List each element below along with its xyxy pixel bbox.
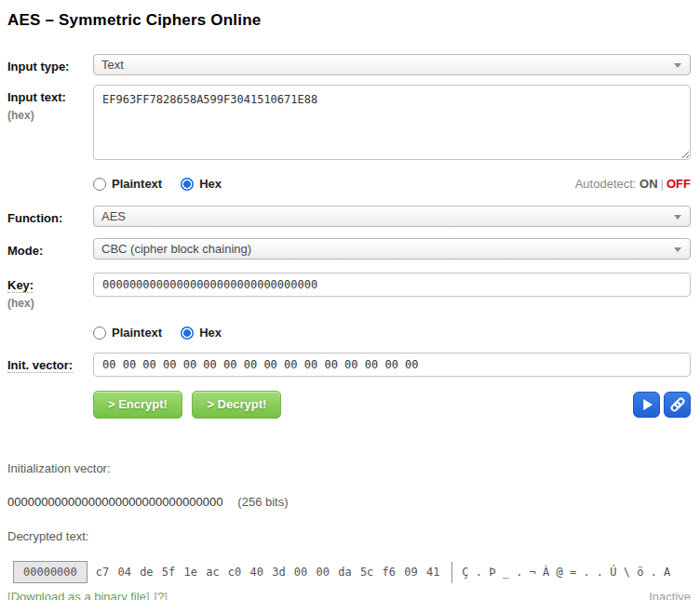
key-plaintext-radio[interactable] — [93, 327, 106, 340]
autodetect-divider: | — [661, 177, 664, 191]
chevron-down-icon — [674, 247, 681, 252]
hexdump-bytes: c7 04 de 5f 1e ac c0 40 3d 00 00 da 5c f… — [96, 566, 440, 579]
autodetect-on-link[interactable]: ON — [639, 177, 658, 191]
encrypt-button[interactable]: > Encrypt! — [93, 391, 182, 419]
function-label: Function: — [7, 211, 62, 225]
plaintext-radio[interactable] — [93, 178, 106, 191]
permalink-button[interactable] — [664, 392, 691, 418]
key-hex-radio-label[interactable]: Hex — [199, 326, 222, 340]
status-inactive: Inactive — [649, 590, 691, 600]
hexdump-row: 00000000 c7 04 de 5f 1e ac c0 40 3d 00 0… — [13, 561, 691, 583]
play-icon — [639, 396, 655, 413]
actions-row: > Encrypt! > Decrypt! — [93, 391, 691, 419]
function-row: Function: AES — [7, 206, 691, 227]
plaintext-radio-label[interactable]: Plaintext — [112, 177, 162, 191]
download-binary-link[interactable]: Download as a binary file — [11, 590, 146, 600]
key-plaintext-radio-label[interactable]: Plaintext — [112, 326, 162, 340]
input-format-row: Plaintext Hex Autodetect: ON|OFF — [93, 177, 691, 191]
bottom-line: [Download as a binary file][?] Inactive — [7, 590, 691, 600]
key-hex-radio[interactable] — [181, 327, 194, 340]
autodetect-label: Autodetect: — [575, 177, 637, 191]
iv-output-value: 00000000000000000000000000000000 — [7, 495, 222, 509]
autodetect-off-link[interactable]: OFF — [666, 177, 691, 191]
key-format-row: Plaintext Hex — [93, 326, 691, 340]
hex-radio-label[interactable]: Hex — [199, 177, 222, 191]
bracket: ] — [146, 590, 150, 600]
key-row: Key: (hex) — [7, 273, 691, 310]
init-vector-row: Init. vector: — [7, 353, 691, 377]
mode-value: CBC (cipher block chaining) — [101, 242, 251, 256]
input-type-label: Input type: — [7, 60, 69, 73]
chevron-down-icon — [674, 215, 681, 220]
hex-radio[interactable] — [181, 178, 194, 191]
hexdump-ascii: Ç . Þ _ . ¬ À @ = . . Ú \ ö . A — [462, 566, 670, 579]
mode-label: Mode: — [7, 244, 43, 258]
chain-link-icon — [668, 395, 687, 414]
input-text-sublabel: (hex) — [7, 109, 93, 122]
iv-output-label: Initialization vector: — [7, 461, 691, 475]
run-button[interactable] — [633, 392, 660, 418]
page-title: AES – Symmetric Ciphers Online — [7, 11, 691, 30]
bracket: ] — [164, 590, 168, 600]
input-text-label: Input text: — [7, 90, 66, 104]
input-type-value: Text — [101, 58, 124, 72]
hexdump-divider — [451, 562, 452, 583]
iv-output-bits: (256 bits) — [237, 495, 288, 509]
input-type-select[interactable]: Text — [93, 54, 691, 75]
key-input[interactable] — [93, 273, 691, 297]
input-text-area[interactable]: EF963FF7828658A599F3041510671E88 — [93, 85, 691, 160]
mode-row: Mode: CBC (cipher block chaining) — [7, 238, 691, 260]
init-vector-label: Init. vector: — [7, 358, 73, 373]
key-label: Key: — [7, 278, 34, 293]
output-section: Initialization vector: 00000000000000000… — [7, 461, 691, 600]
init-vector-input[interactable] — [93, 353, 691, 377]
input-text-row: Input text: (hex) EF963FF7828658A599F304… — [7, 85, 691, 160]
key-sublabel: (hex) — [7, 297, 93, 310]
input-type-row: Input type: Text — [7, 54, 691, 75]
decrypted-text-label: Decrypted text: — [7, 529, 691, 543]
chevron-down-icon — [674, 63, 681, 68]
function-value: AES — [101, 209, 126, 223]
autodetect: Autodetect: ON|OFF — [575, 177, 691, 191]
page: AES – Symmetric Ciphers Online Input typ… — [0, 0, 700, 600]
iv-output-line: 00000000000000000000000000000000(256 bit… — [7, 495, 691, 509]
hexdump-offset: 00000000 — [13, 561, 88, 583]
function-select[interactable]: AES — [93, 206, 691, 227]
mode-select[interactable]: CBC (cipher block chaining) — [93, 238, 691, 260]
download-links: [Download as a binary file][?] — [7, 590, 168, 600]
decrypt-button[interactable]: > Decrypt! — [192, 391, 281, 419]
